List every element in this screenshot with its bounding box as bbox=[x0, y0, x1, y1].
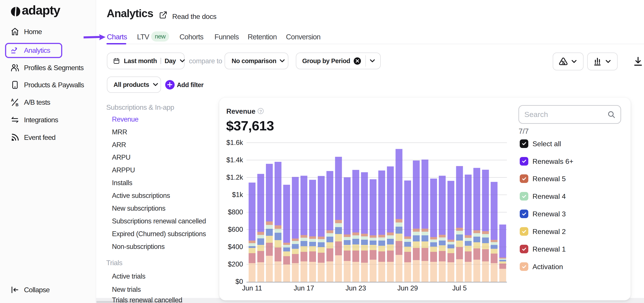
svg-text:B: B bbox=[16, 102, 18, 107]
svg-text:A: A bbox=[11, 98, 14, 102]
